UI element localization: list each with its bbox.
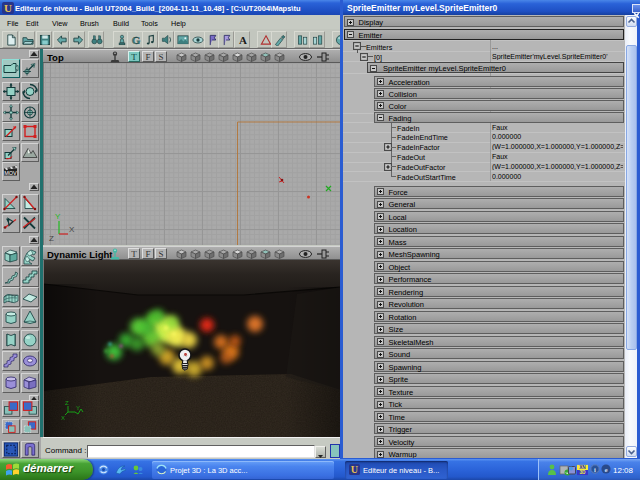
svg-text:i: i — [594, 466, 596, 473]
svg-text:U: U — [4, 2, 12, 14]
svg-text:X: X — [69, 225, 75, 234]
svg-text:e: e — [604, 466, 607, 474]
svg-text:Z: Z — [65, 400, 69, 406]
svg-text:A: A — [239, 34, 247, 46]
svg-text:U: U — [351, 464, 359, 475]
svg-text:G: G — [131, 34, 140, 46]
svg-text:Y: Y — [55, 212, 61, 221]
svg-text:Z: Z — [49, 234, 54, 243]
svg-text:Y: Y — [76, 405, 80, 411]
svg-text:X: X — [61, 415, 65, 421]
svg-text:3D: 3D — [579, 470, 586, 475]
svg-text:MOV: MOV — [4, 170, 17, 176]
